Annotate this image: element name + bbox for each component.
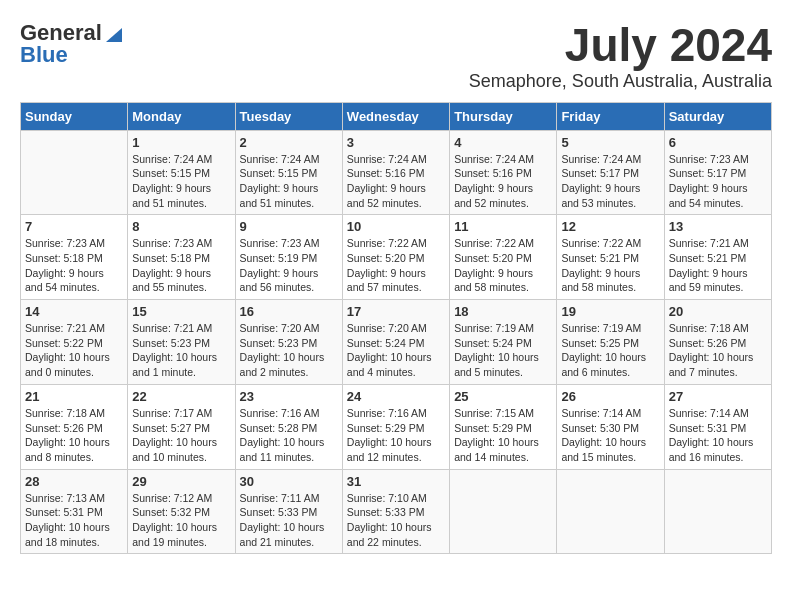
- day-number: 31: [347, 474, 445, 489]
- logo-arrow-icon: [104, 20, 122, 42]
- logo: General Blue: [20, 20, 122, 68]
- calendar-cell: 27Sunrise: 7:14 AMSunset: 5:31 PMDayligh…: [664, 384, 771, 469]
- day-info: Sunrise: 7:23 AMSunset: 5:18 PMDaylight:…: [25, 236, 123, 295]
- calendar-cell: 20Sunrise: 7:18 AMSunset: 5:26 PMDayligh…: [664, 300, 771, 385]
- day-info: Sunrise: 7:17 AMSunset: 5:27 PMDaylight:…: [132, 406, 230, 465]
- day-number: 27: [669, 389, 767, 404]
- day-number: 12: [561, 219, 659, 234]
- day-number: 23: [240, 389, 338, 404]
- svg-marker-0: [106, 28, 122, 42]
- calendar-cell: 14Sunrise: 7:21 AMSunset: 5:22 PMDayligh…: [21, 300, 128, 385]
- day-number: 11: [454, 219, 552, 234]
- calendar-cell: [557, 469, 664, 554]
- day-info: Sunrise: 7:22 AMSunset: 5:20 PMDaylight:…: [454, 236, 552, 295]
- day-number: 19: [561, 304, 659, 319]
- calendar-cell: [450, 469, 557, 554]
- day-header-thursday: Thursday: [450, 102, 557, 130]
- day-info: Sunrise: 7:14 AMSunset: 5:31 PMDaylight:…: [669, 406, 767, 465]
- calendar-cell: 10Sunrise: 7:22 AMSunset: 5:20 PMDayligh…: [342, 215, 449, 300]
- day-number: 28: [25, 474, 123, 489]
- calendar-header-row: SundayMondayTuesdayWednesdayThursdayFrid…: [21, 102, 772, 130]
- title-block: July 2024 Semaphore, South Australia, Au…: [469, 20, 772, 92]
- day-header-saturday: Saturday: [664, 102, 771, 130]
- day-number: 22: [132, 389, 230, 404]
- calendar-cell: 1Sunrise: 7:24 AMSunset: 5:15 PMDaylight…: [128, 130, 235, 215]
- day-info: Sunrise: 7:20 AMSunset: 5:23 PMDaylight:…: [240, 321, 338, 380]
- calendar-table: SundayMondayTuesdayWednesdayThursdayFrid…: [20, 102, 772, 555]
- day-number: 15: [132, 304, 230, 319]
- day-number: 7: [25, 219, 123, 234]
- day-number: 17: [347, 304, 445, 319]
- day-number: 1: [132, 135, 230, 150]
- calendar-cell: 5Sunrise: 7:24 AMSunset: 5:17 PMDaylight…: [557, 130, 664, 215]
- day-number: 3: [347, 135, 445, 150]
- calendar-cell: 12Sunrise: 7:22 AMSunset: 5:21 PMDayligh…: [557, 215, 664, 300]
- day-info: Sunrise: 7:23 AMSunset: 5:18 PMDaylight:…: [132, 236, 230, 295]
- day-info: Sunrise: 7:16 AMSunset: 5:28 PMDaylight:…: [240, 406, 338, 465]
- day-info: Sunrise: 7:11 AMSunset: 5:33 PMDaylight:…: [240, 491, 338, 550]
- day-info: Sunrise: 7:24 AMSunset: 5:15 PMDaylight:…: [240, 152, 338, 211]
- calendar-cell: [21, 130, 128, 215]
- calendar-cell: 30Sunrise: 7:11 AMSunset: 5:33 PMDayligh…: [235, 469, 342, 554]
- day-number: 20: [669, 304, 767, 319]
- calendar-cell: 29Sunrise: 7:12 AMSunset: 5:32 PMDayligh…: [128, 469, 235, 554]
- calendar-week-row: 1Sunrise: 7:24 AMSunset: 5:15 PMDaylight…: [21, 130, 772, 215]
- calendar-cell: 6Sunrise: 7:23 AMSunset: 5:17 PMDaylight…: [664, 130, 771, 215]
- calendar-cell: 23Sunrise: 7:16 AMSunset: 5:28 PMDayligh…: [235, 384, 342, 469]
- day-info: Sunrise: 7:21 AMSunset: 5:23 PMDaylight:…: [132, 321, 230, 380]
- day-header-sunday: Sunday: [21, 102, 128, 130]
- calendar-body: 1Sunrise: 7:24 AMSunset: 5:15 PMDaylight…: [21, 130, 772, 554]
- calendar-cell: 25Sunrise: 7:15 AMSunset: 5:29 PMDayligh…: [450, 384, 557, 469]
- day-info: Sunrise: 7:19 AMSunset: 5:24 PMDaylight:…: [454, 321, 552, 380]
- day-info: Sunrise: 7:18 AMSunset: 5:26 PMDaylight:…: [669, 321, 767, 380]
- day-info: Sunrise: 7:19 AMSunset: 5:25 PMDaylight:…: [561, 321, 659, 380]
- calendar-cell: 16Sunrise: 7:20 AMSunset: 5:23 PMDayligh…: [235, 300, 342, 385]
- logo-blue: Blue: [20, 42, 68, 67]
- day-info: Sunrise: 7:16 AMSunset: 5:29 PMDaylight:…: [347, 406, 445, 465]
- calendar-cell: 11Sunrise: 7:22 AMSunset: 5:20 PMDayligh…: [450, 215, 557, 300]
- day-number: 29: [132, 474, 230, 489]
- day-info: Sunrise: 7:10 AMSunset: 5:33 PMDaylight:…: [347, 491, 445, 550]
- calendar-cell: 8Sunrise: 7:23 AMSunset: 5:18 PMDaylight…: [128, 215, 235, 300]
- day-info: Sunrise: 7:15 AMSunset: 5:29 PMDaylight:…: [454, 406, 552, 465]
- calendar-cell: 26Sunrise: 7:14 AMSunset: 5:30 PMDayligh…: [557, 384, 664, 469]
- day-number: 4: [454, 135, 552, 150]
- day-header-friday: Friday: [557, 102, 664, 130]
- day-info: Sunrise: 7:12 AMSunset: 5:32 PMDaylight:…: [132, 491, 230, 550]
- calendar-cell: 31Sunrise: 7:10 AMSunset: 5:33 PMDayligh…: [342, 469, 449, 554]
- day-info: Sunrise: 7:24 AMSunset: 5:16 PMDaylight:…: [347, 152, 445, 211]
- day-info: Sunrise: 7:22 AMSunset: 5:21 PMDaylight:…: [561, 236, 659, 295]
- day-number: 13: [669, 219, 767, 234]
- day-number: 8: [132, 219, 230, 234]
- day-info: Sunrise: 7:21 AMSunset: 5:22 PMDaylight:…: [25, 321, 123, 380]
- calendar-cell: 15Sunrise: 7:21 AMSunset: 5:23 PMDayligh…: [128, 300, 235, 385]
- day-info: Sunrise: 7:23 AMSunset: 5:17 PMDaylight:…: [669, 152, 767, 211]
- day-info: Sunrise: 7:14 AMSunset: 5:30 PMDaylight:…: [561, 406, 659, 465]
- day-number: 21: [25, 389, 123, 404]
- calendar-cell: 17Sunrise: 7:20 AMSunset: 5:24 PMDayligh…: [342, 300, 449, 385]
- day-info: Sunrise: 7:22 AMSunset: 5:20 PMDaylight:…: [347, 236, 445, 295]
- calendar-cell: 24Sunrise: 7:16 AMSunset: 5:29 PMDayligh…: [342, 384, 449, 469]
- day-number: 30: [240, 474, 338, 489]
- day-header-monday: Monday: [128, 102, 235, 130]
- calendar-cell: 2Sunrise: 7:24 AMSunset: 5:15 PMDaylight…: [235, 130, 342, 215]
- day-number: 9: [240, 219, 338, 234]
- calendar-cell: 18Sunrise: 7:19 AMSunset: 5:24 PMDayligh…: [450, 300, 557, 385]
- calendar-cell: 9Sunrise: 7:23 AMSunset: 5:19 PMDaylight…: [235, 215, 342, 300]
- calendar-cell: 7Sunrise: 7:23 AMSunset: 5:18 PMDaylight…: [21, 215, 128, 300]
- day-number: 25: [454, 389, 552, 404]
- day-header-wednesday: Wednesday: [342, 102, 449, 130]
- day-header-tuesday: Tuesday: [235, 102, 342, 130]
- calendar-cell: 3Sunrise: 7:24 AMSunset: 5:16 PMDaylight…: [342, 130, 449, 215]
- day-number: 24: [347, 389, 445, 404]
- day-number: 16: [240, 304, 338, 319]
- day-number: 5: [561, 135, 659, 150]
- day-info: Sunrise: 7:13 AMSunset: 5:31 PMDaylight:…: [25, 491, 123, 550]
- day-info: Sunrise: 7:20 AMSunset: 5:24 PMDaylight:…: [347, 321, 445, 380]
- calendar-week-row: 7Sunrise: 7:23 AMSunset: 5:18 PMDaylight…: [21, 215, 772, 300]
- page-header: General Blue July 2024 Semaphore, South …: [20, 20, 772, 92]
- day-info: Sunrise: 7:24 AMSunset: 5:17 PMDaylight:…: [561, 152, 659, 211]
- day-number: 2: [240, 135, 338, 150]
- calendar-cell: 13Sunrise: 7:21 AMSunset: 5:21 PMDayligh…: [664, 215, 771, 300]
- day-info: Sunrise: 7:23 AMSunset: 5:19 PMDaylight:…: [240, 236, 338, 295]
